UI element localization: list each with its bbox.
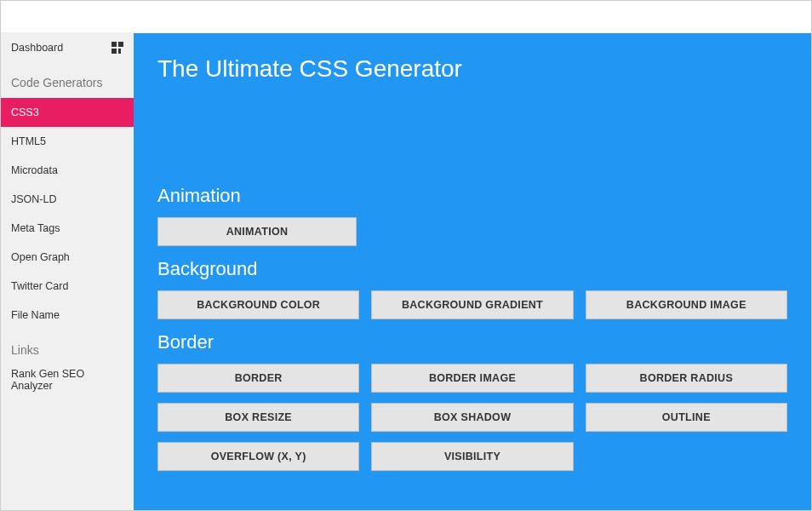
generator-button-background-image[interactable]: BACKGROUND IMAGE — [586, 290, 787, 319]
page-title: The Ultimate CSS Generator — [157, 55, 787, 83]
svg-rect-1 — [118, 42, 123, 47]
sidebar: Dashboard Code Generators CSS3 HTML5 Mic… — [1, 33, 134, 510]
generator-button-animation[interactable]: ANIMATION — [157, 217, 357, 246]
group-title-background: Background — [157, 258, 787, 280]
generator-button-box-resize[interactable]: BOX RESIZE — [157, 403, 359, 432]
generator-button-visibility[interactable]: VISIBILITY — [371, 442, 573, 471]
sidebar-section-title: Links — [1, 330, 134, 365]
dashboard-icon — [112, 42, 123, 54]
sidebar-item-label: JSON-LD — [11, 193, 56, 205]
top-bar — [1, 1, 811, 33]
sidebar-item-dashboard[interactable]: Dashboard — [1, 33, 134, 62]
sidebar-item-meta-tags[interactable]: Meta Tags — [1, 214, 134, 243]
generator-button-background-gradient[interactable]: BACKGROUND GRADIENT — [371, 290, 573, 319]
sidebar-item-label: Open Graph — [11, 251, 70, 263]
svg-rect-2 — [112, 49, 117, 54]
sidebar-section-title: Code Generators — [1, 62, 134, 98]
sidebar-item-label: Rank Gen SEO Analyzer — [11, 368, 123, 392]
generator-button-border[interactable]: BORDER — [157, 364, 359, 393]
sidebar-item-microdata[interactable]: Microdata — [1, 156, 134, 185]
sidebar-item-label: HTML5 — [11, 135, 46, 147]
sidebar-item-open-graph[interactable]: Open Graph — [1, 243, 134, 272]
main-content: The Ultimate CSS Generator Animation ANI… — [134, 33, 811, 510]
sidebar-item-file-name[interactable]: File Name — [1, 301, 134, 330]
generator-button-outline[interactable]: OUTLINE — [586, 403, 787, 432]
sidebar-item-css3[interactable]: CSS3 — [1, 98, 134, 127]
sidebar-item-label: Microdata — [11, 164, 58, 176]
group-title-animation: Animation — [157, 185, 787, 207]
generator-button-background-color[interactable]: BACKGROUND COLOR — [157, 290, 359, 319]
sidebar-item-label: Twitter Card — [11, 280, 68, 292]
sidebar-item-label: Meta Tags — [11, 222, 60, 234]
sidebar-item-label: CSS3 — [11, 106, 39, 118]
sidebar-item-rank-gen[interactable]: Rank Gen SEO Analyzer — [1, 365, 134, 394]
svg-rect-0 — [112, 42, 117, 47]
sidebar-item-twitter-card[interactable]: Twitter Card — [1, 272, 134, 301]
generator-button-overflow[interactable]: OVERFLOW (X, Y) — [157, 442, 359, 471]
sidebar-item-label: Dashboard — [11, 42, 63, 54]
generator-button-border-image[interactable]: BORDER IMAGE — [371, 364, 573, 393]
generator-button-border-radius[interactable]: BORDER RADIUS — [586, 364, 787, 393]
sidebar-item-html5[interactable]: HTML5 — [1, 127, 134, 156]
svg-rect-3 — [118, 49, 121, 54]
sidebar-item-label: File Name — [11, 309, 60, 321]
group-title-border: Border — [157, 331, 787, 353]
generator-button-box-shadow[interactable]: BOX SHADOW — [371, 403, 573, 432]
sidebar-item-json-ld[interactable]: JSON-LD — [1, 185, 134, 214]
